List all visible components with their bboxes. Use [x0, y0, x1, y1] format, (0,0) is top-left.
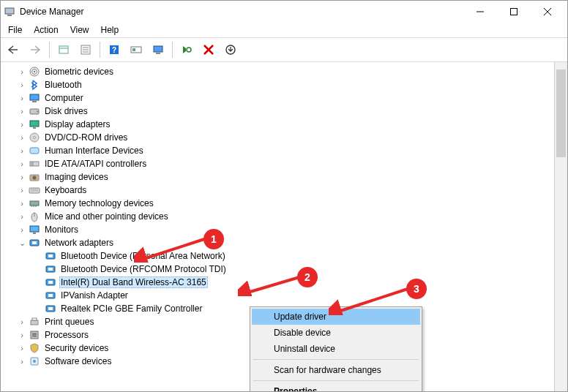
app-icon [4, 6, 15, 18]
callout-3: 3 [406, 279, 427, 299]
context-menu: Update driverDisable deviceUninstall dev… [250, 306, 422, 392]
soft-icon [29, 355, 40, 367]
chevron-right-icon[interactable]: › [17, 159, 27, 168]
tree-category[interactable]: ›Display adapters [1, 118, 554, 131]
chevron-right-icon[interactable]: › [17, 67, 27, 76]
tree-device[interactable]: Bluetooth Device (RFCOMM Protocol TDI) [1, 263, 554, 276]
svg-rect-6 [59, 46, 68, 53]
tree-category[interactable]: ›IDE ATA/ATAPI controllers [1, 157, 554, 170]
svg-rect-49 [33, 233, 36, 234]
tree-device[interactable]: IPVanish Adapter [1, 289, 554, 302]
content-area: ›Biometric devices›Bluetooth›Computer›Di… [1, 62, 567, 392]
chevron-right-icon[interactable]: › [17, 225, 27, 234]
bt-icon [29, 79, 40, 91]
context-menu-item[interactable]: Update driver [252, 309, 420, 325]
svg-rect-30 [33, 127, 36, 129]
tree-category[interactable]: ›Memory technology devices [1, 197, 554, 210]
context-menu-separator [253, 359, 419, 360]
tree-category-label: Keyboards [43, 184, 88, 196]
tree-category-label: Monitors [43, 224, 80, 235]
tree-category[interactable]: ›Monitors [1, 223, 554, 236]
mouse-icon [29, 211, 40, 222]
chevron-right-icon[interactable]: › [17, 199, 27, 208]
show-hidden-button[interactable] [54, 40, 73, 59]
enable-button[interactable] [177, 40, 196, 59]
tree-category-label: Biometric devices [43, 66, 115, 78]
svg-rect-1 [7, 15, 12, 16]
tree-category[interactable]: ›Disk drives [1, 105, 554, 118]
tree-category[interactable]: ⌄Network adapters [1, 236, 554, 249]
tree-device-label: Realtek PCIe GBE Family Controller [59, 303, 203, 314]
maximize-button[interactable] [497, 1, 531, 23]
context-menu-item[interactable]: Properties [252, 383, 420, 392]
nic-icon [45, 290, 56, 301]
forward-button[interactable] [26, 40, 45, 59]
nic-icon [45, 303, 56, 314]
tree-category-label: Print queues [43, 316, 95, 328]
chevron-right-icon[interactable]: › [17, 80, 27, 89]
chevron-right-icon[interactable]: › [17, 146, 27, 155]
menu-bar: File Action View Help [1, 23, 567, 38]
tree-category-label: Software devices [43, 355, 113, 367]
tree-device[interactable]: Intel(R) Dual Band Wireless-AC 3165 [1, 276, 554, 289]
chevron-right-icon[interactable]: › [17, 120, 27, 129]
tree-category[interactable]: ›Imaging devices [1, 170, 554, 184]
chevron-right-icon[interactable]: › [17, 133, 27, 142]
context-menu-item[interactable]: Scan for hardware changes [252, 362, 420, 378]
context-menu-separator [253, 380, 419, 381]
nic-icon [45, 276, 56, 288]
svg-rect-51 [32, 241, 37, 244]
tree-device-label: Bluetooth Device (RFCOMM Protocol TDI) [59, 263, 228, 275]
title-bar: Device Manager [1, 1, 567, 23]
chevron-down-icon[interactable]: ⌄ [17, 238, 27, 248]
menu-file[interactable]: File [2, 23, 28, 37]
callout-2: 2 [297, 267, 318, 287]
chevron-right-icon[interactable]: › [17, 317, 27, 326]
vertical-scrollbar[interactable] [554, 62, 567, 392]
minimize-button[interactable] [463, 1, 497, 23]
keyboard-icon [29, 184, 40, 196]
tree-device-label: IPVanish Adapter [59, 290, 130, 301]
tree-category[interactable]: ›Mice and other pointing devices [1, 210, 554, 223]
svg-point-38 [33, 176, 37, 180]
tree-category-label: Bluetooth [43, 79, 83, 91]
tree-category[interactable]: ›Human Interface Devices [1, 144, 554, 157]
chevron-right-icon[interactable]: › [17, 212, 27, 221]
tree-category[interactable]: ›Bluetooth [1, 78, 554, 91]
menu-action[interactable]: Action [28, 23, 64, 37]
tree-category[interactable]: ›DVD/CD-ROM drives [1, 131, 554, 144]
nic-icon [45, 250, 56, 262]
camera-icon [29, 171, 40, 183]
chevron-right-icon[interactable]: › [17, 331, 27, 339]
back-button[interactable] [4, 40, 23, 59]
update-button[interactable] [221, 40, 240, 59]
tree-category-label: Human Interface Devices [43, 145, 145, 157]
uninstall-button[interactable] [199, 40, 218, 59]
scan-button[interactable] [127, 40, 146, 59]
context-menu-item[interactable]: Uninstall device [252, 341, 420, 357]
chevron-right-icon[interactable]: › [17, 173, 27, 181]
computer-icon-button[interactable] [149, 40, 168, 59]
tree-category-label: Mice and other pointing devices [43, 211, 170, 222]
context-menu-item[interactable]: Disable device [252, 325, 420, 341]
tree-category[interactable]: ›Computer [1, 91, 554, 105]
tree-device[interactable]: Bluetooth Device (Personal Area Network) [1, 249, 554, 263]
help-button[interactable]: ? [105, 40, 124, 59]
chevron-right-icon[interactable]: › [17, 94, 27, 102]
menu-view[interactable]: View [64, 23, 95, 37]
close-button[interactable] [531, 1, 564, 23]
tree-category[interactable]: ›Biometric devices [1, 65, 554, 78]
tree-category-label: Imaging devices [43, 171, 110, 183]
scrollbar-thumb[interactable] [556, 69, 566, 157]
disc-icon [29, 132, 40, 143]
tree-category[interactable]: ›Keyboards [1, 184, 554, 197]
chevron-right-icon[interactable]: › [17, 357, 27, 366]
chevron-right-icon[interactable]: › [17, 344, 27, 353]
menu-help[interactable]: Help [95, 23, 125, 37]
chevron-right-icon[interactable]: › [17, 186, 27, 195]
chevron-right-icon[interactable]: › [17, 107, 27, 116]
svg-rect-53 [48, 255, 53, 257]
properties-button[interactable] [76, 40, 95, 59]
monitor-icon [29, 224, 40, 235]
svg-rect-63 [32, 318, 37, 320]
